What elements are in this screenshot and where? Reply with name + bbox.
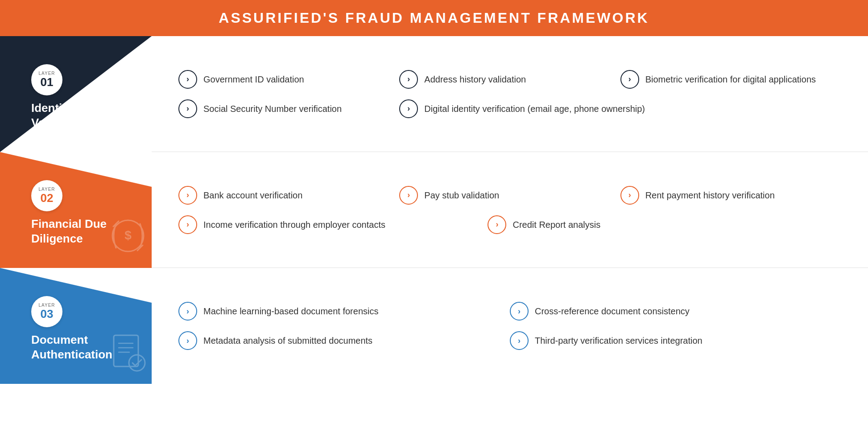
layer3-item4: › Third-party verification services inte… — [510, 331, 841, 350]
layer2-item5-text: Credit Report analysis — [513, 219, 600, 230]
layer2-item1: › Bank account verification — [178, 186, 399, 205]
layer1-items-row1: › Government ID validation › Address his… — [178, 70, 841, 89]
layer3-item3-text: Metadata analysis of submitted documents — [203, 335, 372, 346]
layer1-item3-text: Biometric verification for digital appli… — [645, 74, 816, 85]
layer3-label: Layer 03 Document Authentication — [18, 268, 152, 375]
layer3-items-row2: › Metadata analysis of submitted documen… — [178, 331, 841, 350]
layer3-item3: › Metadata analysis of submitted documen… — [178, 331, 510, 350]
layer1-item2: › Address history validation — [399, 70, 620, 89]
layer1-item1-circle: › — [178, 70, 197, 89]
layer2-item2-circle: › — [399, 186, 418, 205]
layer3-item4-circle: › — [510, 331, 529, 350]
layer1-item4-text: Social Security Number verification — [203, 103, 342, 115]
layer3-item1-circle: › — [178, 302, 197, 321]
layer1-item3: › Biometric verification for digital app… — [620, 70, 841, 89]
layer1-item5: › Digital identity verification (email a… — [399, 99, 841, 118]
layer2-row: $ Layer 02 Financial Due Diligence — [0, 152, 868, 268]
layer3-items: › Machine learning-based document forens… — [152, 268, 868, 384]
layer1-label: Layer 01 Identity Verification — [18, 36, 152, 143]
layer3-item2-circle: › — [510, 302, 529, 321]
layer3-item1-text: Machine learning-based document forensic… — [203, 305, 378, 317]
layer1-row: Layer 01 Identity Verification › Governm… — [0, 36, 868, 152]
layer1-item2-text: Address history validation — [424, 74, 526, 85]
layer1-title: Identity Verification — [31, 101, 94, 130]
main-title: ASSURIFIED'S FRAUD MANAGEMENT FRAMEWORK — [0, 10, 868, 26]
layer2-items: › Bank account verification › Pay stub v… — [152, 152, 868, 268]
layer3-item1: › Machine learning-based document forens… — [178, 302, 510, 321]
layer2-item3-text: Rent payment history verification — [645, 189, 775, 201]
layer1-item4: › Social Security Number verification — [178, 99, 399, 118]
layer2-item3-circle: › — [620, 186, 639, 205]
layer3-item4-text: Third-party verification services integr… — [535, 335, 703, 346]
layer2-item1-circle: › — [178, 186, 197, 205]
layer3-item3-circle: › — [178, 331, 197, 350]
layer3-badge: Layer 03 — [31, 296, 62, 327]
layer2-items-row1: › Bank account verification › Pay stub v… — [178, 186, 841, 205]
layer2-shape: $ Layer 02 Financial Due Diligence — [0, 152, 152, 268]
layer3-item2-text: Cross-reference document consistency — [535, 305, 690, 317]
layer1-item4-circle: › — [178, 99, 197, 118]
layer1-badge: Layer 01 — [31, 64, 62, 95]
layer1-items: › Government ID validation › Address his… — [152, 36, 868, 152]
layer3-items-row1: › Machine learning-based document forens… — [178, 302, 841, 321]
layer2-item3: › Rent payment history verification — [620, 186, 841, 205]
layer3-item2: › Cross-reference document consistency — [510, 302, 841, 321]
layer2-label: Layer 02 Financial Due Diligence — [18, 152, 152, 259]
layer2-item2-text: Pay stub validation — [424, 189, 499, 201]
layer2-item2: › Pay stub validation — [399, 186, 620, 205]
layer1-item1: › Government ID validation — [178, 70, 399, 89]
layer2-item5-circle: › — [488, 215, 506, 234]
layer3-row: Layer 03 Document Authentication › Machi… — [0, 268, 868, 384]
layer2-title: Financial Due Diligence — [31, 217, 107, 246]
page-wrapper: ASSURIFIED'S FRAUD MANAGEMENT FRAMEWORK … — [0, 0, 868, 384]
layer1-item2-circle: › — [399, 70, 418, 89]
layer1-items-row2: › Social Security Number verification › … — [178, 99, 841, 118]
content-area: Layer 01 Identity Verification › Governm… — [0, 36, 868, 384]
layer2-item5: › Credit Report analysis — [488, 215, 841, 234]
layer3-shape: Layer 03 Document Authentication — [0, 268, 152, 384]
layer3-badge-num: 03 — [41, 308, 54, 321]
layer2-items-row2: › Income verification through employer c… — [178, 215, 841, 234]
layer2-item1-text: Bank account verification — [203, 189, 302, 201]
layer2-item4: › Income verification through employer c… — [178, 215, 488, 234]
layer1-item3-circle: › — [620, 70, 639, 89]
layer2-item4-circle: › — [178, 215, 197, 234]
layer2-item4-text: Income verification through employer con… — [203, 219, 385, 230]
layer1-item5-circle: › — [399, 99, 418, 118]
layer2-badge-num: 02 — [41, 192, 54, 205]
layer1-shape: Layer 01 Identity Verification — [0, 36, 152, 152]
layer1-item5-text: Digital identity verification (email age… — [424, 103, 645, 115]
header-bar: ASSURIFIED'S FRAUD MANAGEMENT FRAMEWORK — [0, 0, 868, 36]
layer1-badge-num: 01 — [41, 76, 54, 89]
layer2-badge: Layer 02 — [31, 180, 62, 211]
layer1-item1-text: Government ID validation — [203, 74, 304, 85]
layer3-title: Document Authentication — [31, 333, 112, 362]
